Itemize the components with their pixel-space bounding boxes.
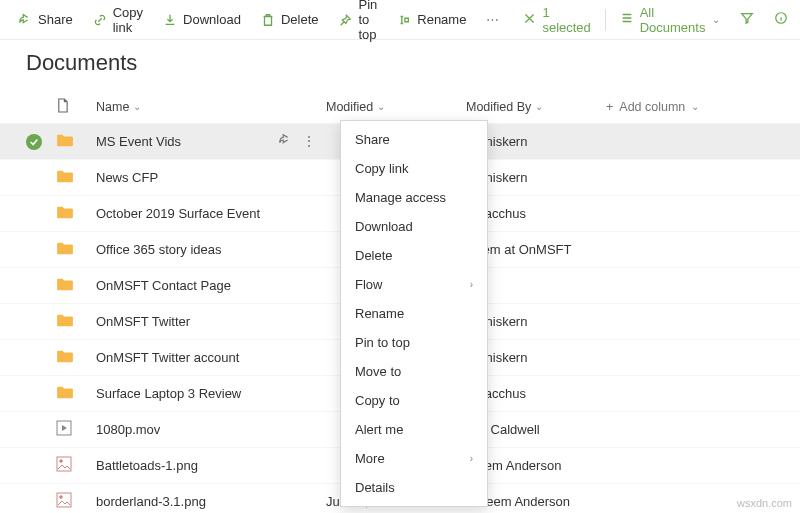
rename-label: Rename bbox=[417, 12, 466, 27]
file-name[interactable]: OnMSFT Contact Page bbox=[96, 278, 231, 293]
file-name[interactable]: Battletoads-1.png bbox=[96, 458, 198, 473]
context-menu-item[interactable]: Download bbox=[341, 212, 487, 241]
close-icon bbox=[523, 12, 536, 28]
column-modified-by[interactable]: Modified By⌄ bbox=[466, 100, 606, 114]
filter-icon bbox=[740, 11, 754, 28]
file-type-icon bbox=[56, 313, 96, 330]
svg-point-3 bbox=[60, 460, 63, 463]
context-menu-label: Pin to top bbox=[355, 335, 410, 350]
rename-button[interactable]: Rename bbox=[389, 6, 474, 33]
table-header: Name⌄ Modified⌄ Modified By⌄ +Add column… bbox=[0, 90, 800, 124]
context-menu-item[interactable]: Details bbox=[341, 473, 487, 502]
context-menu-label: Copy link bbox=[355, 161, 408, 176]
download-icon bbox=[163, 13, 177, 27]
plus-icon: + bbox=[606, 100, 613, 114]
context-menu-label: Manage access bbox=[355, 190, 446, 205]
selected-check-icon[interactable] bbox=[26, 134, 42, 150]
context-menu-label: Rename bbox=[355, 306, 404, 321]
command-toolbar: Share Copy link Download Delete Pin to t… bbox=[0, 0, 800, 40]
share-label: Share bbox=[38, 12, 73, 27]
share-icon bbox=[18, 13, 32, 27]
chevron-down-icon: ⌄ bbox=[133, 101, 141, 112]
svg-rect-2 bbox=[57, 457, 71, 471]
view-selector[interactable]: All Documents ⌄ bbox=[612, 0, 728, 41]
context-menu-item[interactable]: Rename bbox=[341, 299, 487, 328]
chevron-down-icon: ⌄ bbox=[712, 14, 720, 25]
file-name[interactable]: OnMSFT Twitter bbox=[96, 314, 190, 329]
context-menu-label: Copy to bbox=[355, 393, 400, 408]
context-menu: ShareCopy linkManage accessDownloadDelet… bbox=[340, 120, 488, 507]
pin-icon bbox=[338, 13, 352, 27]
file-name[interactable]: News CFP bbox=[96, 170, 158, 185]
more-actions-button[interactable]: ⋯ bbox=[478, 6, 507, 33]
context-menu-item[interactable]: Delete bbox=[341, 241, 487, 270]
context-menu-label: Delete bbox=[355, 248, 393, 263]
file-name[interactable]: 1080p.mov bbox=[96, 422, 160, 437]
context-menu-label: Download bbox=[355, 219, 413, 234]
pin-label: Pin to top bbox=[358, 0, 377, 42]
row-share-icon[interactable] bbox=[278, 133, 292, 150]
watermark: wsxdn.com bbox=[737, 497, 792, 509]
context-menu-item[interactable]: Manage access bbox=[341, 183, 487, 212]
share-button[interactable]: Share bbox=[10, 6, 81, 33]
context-menu-item[interactable]: Copy to bbox=[341, 386, 487, 415]
file-type-icon bbox=[56, 277, 96, 294]
file-icon bbox=[56, 98, 69, 116]
context-menu-item[interactable]: Pin to top bbox=[341, 328, 487, 357]
context-menu-label: More bbox=[355, 451, 385, 466]
chevron-down-icon: ⌄ bbox=[691, 101, 699, 112]
copy-link-label: Copy link bbox=[113, 5, 143, 35]
toolbar-divider bbox=[605, 9, 606, 31]
file-type-icon bbox=[56, 241, 96, 258]
delete-button[interactable]: Delete bbox=[253, 6, 327, 33]
download-button[interactable]: Download bbox=[155, 6, 249, 33]
chevron-right-icon: › bbox=[470, 453, 473, 464]
list-icon bbox=[620, 11, 634, 28]
chevron-down-icon: ⌄ bbox=[377, 101, 385, 112]
add-column-button[interactable]: +Add column⌄ bbox=[606, 100, 766, 114]
context-menu-label: Details bbox=[355, 480, 395, 495]
pin-button[interactable]: Pin to top bbox=[330, 0, 385, 48]
copy-link-button[interactable]: Copy link bbox=[85, 0, 151, 41]
context-menu-label: Share bbox=[355, 132, 390, 147]
clear-selection-button[interactable]: 1 selected bbox=[515, 0, 598, 41]
context-menu-item[interactable]: Copy link bbox=[341, 154, 487, 183]
column-filetype[interactable] bbox=[56, 98, 96, 116]
file-type-icon bbox=[56, 349, 96, 366]
info-button[interactable] bbox=[766, 5, 796, 34]
context-menu-item[interactable]: More› bbox=[341, 444, 487, 473]
chevron-right-icon: › bbox=[470, 279, 473, 290]
filter-button[interactable] bbox=[732, 5, 762, 34]
context-menu-item[interactable]: Flow› bbox=[341, 270, 487, 299]
file-type-icon bbox=[56, 492, 96, 511]
context-menu-item[interactable]: Move to bbox=[341, 357, 487, 386]
more-icon: ⋯ bbox=[486, 12, 499, 27]
file-name[interactable]: OnMSFT Twitter account bbox=[96, 350, 239, 365]
file-name[interactable]: MS Event Vids bbox=[96, 134, 181, 149]
rename-icon bbox=[397, 13, 411, 27]
chevron-down-icon: ⌄ bbox=[535, 101, 543, 112]
file-name[interactable]: borderland-3.1.png bbox=[96, 494, 206, 509]
view-label: All Documents bbox=[640, 5, 706, 35]
page-title: Documents bbox=[0, 40, 800, 90]
file-name[interactable]: Surface Laptop 3 Review bbox=[96, 386, 241, 401]
context-menu-item[interactable]: Alert me bbox=[341, 415, 487, 444]
file-type-icon bbox=[56, 133, 96, 150]
context-menu-item[interactable]: Share bbox=[341, 125, 487, 154]
svg-rect-4 bbox=[57, 493, 71, 507]
file-name[interactable]: Office 365 story ideas bbox=[96, 242, 222, 257]
column-modified[interactable]: Modified⌄ bbox=[326, 100, 466, 114]
context-menu-label: Flow bbox=[355, 277, 382, 292]
context-menu-label: Move to bbox=[355, 364, 401, 379]
link-icon bbox=[93, 13, 107, 27]
delete-label: Delete bbox=[281, 12, 319, 27]
file-type-icon bbox=[56, 456, 96, 475]
row-more-icon[interactable]: ⋮ bbox=[302, 133, 316, 150]
download-label: Download bbox=[183, 12, 241, 27]
column-name[interactable]: Name⌄ bbox=[96, 100, 326, 114]
info-icon bbox=[774, 11, 788, 28]
file-type-icon bbox=[56, 205, 96, 222]
file-type-icon bbox=[56, 385, 96, 402]
file-name[interactable]: October 2019 Surface Event bbox=[96, 206, 260, 221]
selection-count: 1 selected bbox=[542, 5, 590, 35]
